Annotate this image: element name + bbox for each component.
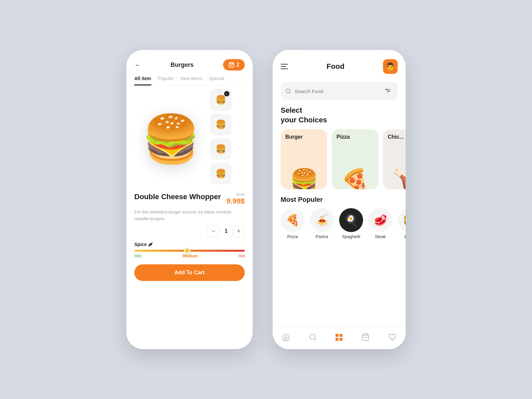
spice-mild-label: Mild	[134, 254, 142, 258]
cart-button[interactable]: 2	[223, 59, 245, 70]
thumb-emoji-2: 🍔	[215, 119, 226, 130]
category-card-pizza[interactable]: Pizza 🍕	[332, 129, 378, 189]
populer-item-pizza[interactable]: 🍕 Pizza	[281, 208, 305, 239]
tab-new-items[interactable]: New items	[181, 76, 202, 85]
favorite-button[interactable]: ♡	[216, 89, 223, 98]
product-description: For the cheesiest burger around, try the…	[126, 205, 253, 225]
product-name: Double Cheese Whopper	[134, 192, 221, 202]
populer-circle-steak: 🥩	[368, 208, 392, 232]
price-area: from 9.99$	[226, 192, 245, 205]
tab-bar: All item Populer New items Special	[126, 76, 253, 86]
add-to-cart-button[interactable]: Add To Cart	[134, 264, 245, 281]
main-product-image: 🍔	[134, 89, 207, 189]
populer-name-steak: Steak	[375, 234, 386, 239]
nav-grid[interactable]	[332, 332, 346, 342]
thumbnail-item-4[interactable]: 🍔	[210, 163, 231, 184]
spice-medium-label: Medium	[183, 254, 198, 258]
search-nav-icon	[309, 333, 317, 341]
quantity-row: − 1 +	[126, 225, 253, 237]
spice-icon: 🌶	[148, 242, 153, 247]
right-header: Food 👨	[273, 50, 406, 79]
avatar-emoji: 👨	[386, 62, 395, 71]
category-image-pizza: 🍕	[341, 169, 370, 189]
selected-indicator: ✓	[224, 91, 229, 96]
left-header: ← Burgers 2	[126, 50, 253, 76]
hamburger-line-1	[281, 64, 288, 65]
spice-thumb	[184, 247, 191, 254]
category-card-burger[interactable]: Burger 🍔	[281, 129, 327, 189]
tab-populer[interactable]: Populer	[158, 76, 174, 85]
thumbnail-list: 🍔 ✓ 🍔 🍔 🍔	[210, 89, 231, 189]
populer-circle-spaghetti: 🍳	[339, 208, 363, 232]
populer-name-burger: Bur...	[405, 234, 406, 239]
populer-item-pastra[interactable]: 🍝 Pastra	[310, 208, 334, 239]
populer-circle-pastra: 🍝	[310, 208, 334, 232]
category-label-chicken: Chic...	[388, 134, 406, 140]
right-phone: Food 👨 Select your Choices Burger 🍔 Pizz…	[273, 50, 406, 349]
product-info: Double Cheese Whopper from 9.99$	[126, 189, 253, 205]
user-avatar[interactable]: 👨	[383, 59, 398, 74]
bottom-nav	[273, 327, 406, 349]
grid-icon	[335, 334, 342, 341]
populer-item-burger[interactable]: 🍔 Bur...	[398, 208, 406, 239]
search-icon	[285, 88, 291, 94]
nav-search[interactable]	[306, 332, 320, 342]
spice-slider[interactable]	[134, 250, 245, 252]
nav-home[interactable]	[279, 332, 293, 342]
cart-icon	[228, 62, 234, 68]
svg-point-6	[389, 91, 390, 92]
populer-name-spaghetti: Spaghetti	[342, 234, 360, 239]
svg-point-5	[386, 89, 387, 90]
cart-count: 2	[236, 62, 239, 68]
filter-icon	[384, 88, 391, 94]
quantity-value: 1	[219, 228, 233, 234]
from-label: from	[226, 192, 245, 197]
page-title: Burgers	[171, 62, 194, 68]
thumbnail-item-2[interactable]: 🍔	[210, 114, 231, 135]
tab-all-item[interactable]: All item	[134, 76, 151, 85]
quantity-decrease-button[interactable]: −	[207, 225, 219, 237]
populer-item-spaghetti[interactable]: 🍳 Spaghetti	[339, 208, 363, 239]
tab-special[interactable]: Special	[209, 76, 224, 85]
spice-section: Spice 🌶 Mild Medium Hot	[126, 237, 253, 258]
filter-button[interactable]	[382, 86, 393, 96]
thumb-emoji-4: 🍔	[215, 169, 226, 179]
choices-title: Select your Choices	[273, 106, 406, 129]
bag-icon	[361, 333, 369, 341]
category-label-pizza: Pizza	[336, 134, 374, 140]
populer-name-pizza: Pizza	[287, 234, 298, 239]
category-row: Burger 🍔 Pizza 🍕 Chic... 🍗	[273, 129, 406, 196]
home-icon	[282, 333, 290, 341]
populer-name-pastra: Pastra	[316, 234, 328, 239]
product-area: 🍔 ♡ 🍔 ✓ 🍔 🍔 🍔	[126, 86, 253, 189]
populer-circle-burger: 🍔	[398, 208, 406, 232]
populer-circle-pizza: 🍕	[281, 208, 305, 232]
category-image-burger: 🍔	[290, 169, 319, 189]
thumbnail-item-3[interactable]: 🍔	[210, 138, 231, 160]
svg-point-1	[286, 89, 290, 93]
category-image-chicken: 🍗	[392, 169, 406, 189]
category-card-chicken[interactable]: Chic... 🍗	[383, 129, 406, 189]
spice-hot-label: Hot	[238, 254, 245, 258]
nav-bag[interactable]	[358, 332, 373, 342]
hamburger-line-2	[281, 66, 286, 67]
hamburger-line-3	[281, 68, 288, 69]
populer-item-steak[interactable]: 🥩 Steak	[368, 208, 392, 239]
back-button[interactable]: ←	[134, 61, 141, 69]
heart-nav-icon	[388, 333, 396, 341]
populer-row: 🍕 Pizza 🍝 Pastra 🍳 Spaghetti 🥩 Steak 🍔 B…	[273, 208, 406, 239]
menu-button[interactable]	[281, 64, 288, 69]
thumb-emoji-3: 🍔	[215, 144, 226, 154]
spice-label: Spice 🌶	[134, 242, 245, 247]
product-price: 9.99$	[226, 197, 245, 205]
search-input[interactable]	[295, 88, 379, 94]
svg-point-7	[310, 334, 315, 339]
category-label-burger: Burger	[285, 134, 323, 140]
search-bar[interactable]	[281, 82, 398, 100]
page-title-food: Food	[327, 62, 344, 71]
nav-heart[interactable]	[385, 332, 400, 342]
most-populer-title: Most Populer	[273, 196, 406, 208]
left-phone: ← Burgers 2 All item Populer New items S…	[126, 50, 253, 349]
spice-labels: Mild Medium Hot	[134, 254, 245, 258]
quantity-increase-button[interactable]: +	[233, 225, 245, 237]
